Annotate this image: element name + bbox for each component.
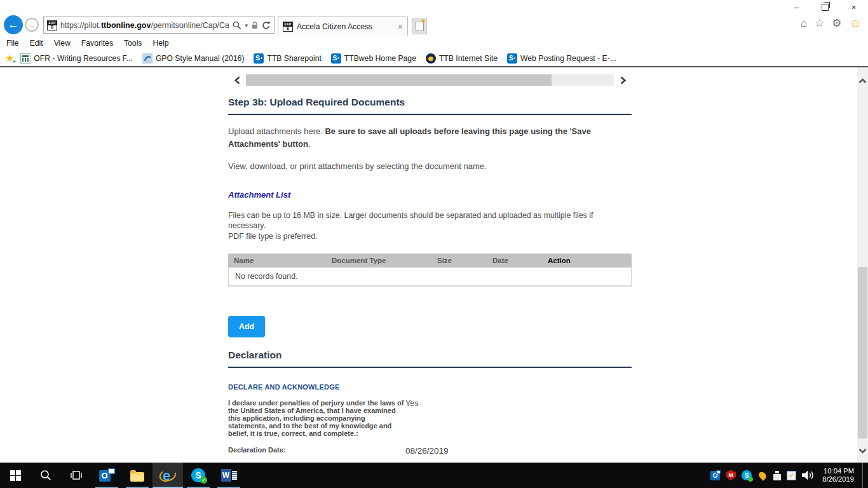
taskbar-app-outlook[interactable]: O bbox=[92, 463, 122, 488]
bank-icon bbox=[20, 53, 31, 64]
horizontal-scroll-track[interactable] bbox=[246, 74, 614, 86]
taskbar-search-button[interactable] bbox=[31, 463, 61, 488]
address-dropdown-icon[interactable]: ▾ bbox=[245, 22, 248, 29]
col-header-name: Name bbox=[228, 254, 326, 268]
tray-usb-icon[interactable] bbox=[773, 471, 781, 480]
skype-icon: S✓ bbox=[191, 468, 205, 482]
declaration-heading: Declaration bbox=[228, 349, 632, 361]
url-text[interactable]: https://pilot.ttbonline.gov/permitsonlin… bbox=[60, 21, 229, 30]
screen: – × ← → EAP 6 https://pilot.ttbonline.go… bbox=[0, 0, 868, 488]
vertical-scrollbar[interactable] bbox=[857, 67, 868, 463]
windows-logo-icon bbox=[10, 470, 21, 481]
scroll-down-icon[interactable] bbox=[858, 445, 867, 456]
menu-favorites[interactable]: Favorites bbox=[81, 39, 113, 48]
favorite-item-web-posting[interactable]: S› Web Posting Request - E-... bbox=[507, 53, 616, 64]
tab-favicon: EAP 6 bbox=[283, 22, 293, 32]
attachments-table: Name Document Type Size Date Action No r… bbox=[228, 254, 632, 287]
declaration-divider bbox=[228, 367, 632, 368]
tray-flame-icon[interactable] bbox=[757, 470, 768, 480]
sharepoint-icon: S› bbox=[331, 53, 341, 64]
menu-help[interactable]: Help bbox=[153, 39, 168, 48]
tray-skype-icon[interactable]: S bbox=[742, 470, 752, 480]
site-favicon: EAP 6 bbox=[47, 20, 57, 30]
task-view-icon bbox=[71, 470, 82, 480]
favorite-item-ttb-sharepoint[interactable]: S› TTB Sharepoint bbox=[254, 53, 321, 64]
sharepoint-icon: S› bbox=[507, 53, 517, 64]
taskbar-app-internet-explorer[interactable]: e bbox=[153, 463, 183, 488]
tray-mcafee-icon[interactable]: M bbox=[726, 470, 736, 481]
lock-icon bbox=[251, 21, 259, 30]
scroll-up-icon[interactable] bbox=[858, 75, 867, 86]
col-header-document-type: Document Type bbox=[326, 254, 431, 268]
col-header-date: Date bbox=[487, 254, 542, 268]
menu-bar: File Edit View Favorites Tools Help bbox=[0, 36, 868, 50]
menu-file[interactable]: File bbox=[6, 39, 19, 48]
address-bar[interactable]: EAP 6 https://pilot.ttbonline.gov/permit… bbox=[43, 17, 275, 34]
scroll-left-icon[interactable] bbox=[228, 74, 246, 86]
clock-date: 8/26/2019 bbox=[822, 475, 854, 484]
clock-time: 10:04 PM bbox=[822, 467, 854, 476]
start-button[interactable] bbox=[0, 463, 31, 488]
title-bar: – × bbox=[0, 0, 868, 14]
taskbar-app-file-explorer[interactable] bbox=[122, 463, 153, 488]
forward-button[interactable]: → bbox=[25, 18, 39, 32]
horizontal-scrollbar[interactable] bbox=[228, 74, 632, 86]
add-button[interactable]: Add bbox=[228, 316, 265, 337]
favorite-item-ttb-internet[interactable]: TTB Internet Site bbox=[426, 53, 498, 64]
col-header-size: Size bbox=[431, 254, 487, 268]
globe-icon bbox=[426, 53, 436, 64]
browser-tab[interactable]: EAP 6 Accela Citizen Access × bbox=[278, 17, 408, 36]
declaration-statement: I declare under penalties of perjury und… bbox=[228, 399, 405, 437]
browser-toolbar-icons: ⌂ ☆ ⚙ ☺ bbox=[801, 17, 862, 29]
tab-close-icon[interactable]: × bbox=[398, 22, 403, 32]
vertical-scroll-thumb[interactable] bbox=[858, 267, 867, 438]
restore-icon bbox=[822, 4, 829, 11]
restore-button[interactable] bbox=[811, 0, 839, 14]
declaration-value: Yes bbox=[405, 399, 419, 408]
file-explorer-icon bbox=[130, 472, 144, 482]
favorite-item-gpo[interactable]: GPO Style Manual (2016) bbox=[142, 53, 245, 64]
declare-acknowledge-label: DECLARE AND ACKNOWLEDGE bbox=[228, 383, 632, 391]
new-tab-icon bbox=[416, 22, 424, 31]
table-empty-row: No records found. bbox=[228, 268, 632, 287]
close-button[interactable]: × bbox=[839, 0, 868, 14]
declaration-row: I declare under penalties of perjury und… bbox=[228, 399, 632, 437]
scroll-right-icon[interactable] bbox=[614, 74, 632, 86]
menu-edit[interactable]: Edit bbox=[30, 39, 43, 48]
close-icon: × bbox=[851, 3, 857, 12]
taskbar-app-word[interactable]: W bbox=[214, 463, 244, 488]
word-icon: W bbox=[221, 469, 237, 482]
refresh-icon[interactable] bbox=[262, 21, 271, 30]
task-view-button[interactable] bbox=[61, 463, 92, 488]
volume-icon[interactable] bbox=[802, 470, 815, 480]
favorite-item-ttbweb[interactable]: S› TTBweb Home Page bbox=[331, 53, 416, 64]
feedback-smiley-icon[interactable]: ☺ bbox=[850, 17, 862, 29]
title-divider bbox=[228, 114, 632, 115]
search-icon[interactable] bbox=[233, 21, 241, 30]
table-header-row: Name Document Type Size Date Action bbox=[228, 254, 632, 268]
view-paragraph: View, download, or print attachments by … bbox=[228, 160, 632, 173]
menu-tools[interactable]: Tools bbox=[124, 39, 142, 48]
settings-gear-icon[interactable]: ⚙ bbox=[832, 18, 841, 29]
declaration-date-row: Declaration Date: 08/26/2019 bbox=[228, 446, 632, 456]
favorites-star-icon[interactable]: ☆ bbox=[815, 18, 824, 29]
tray-outlook-icon[interactable]: O bbox=[710, 471, 720, 480]
favorite-item-ofr[interactable]: OFR - Writing Resources F... bbox=[20, 53, 133, 64]
add-favorite-icon[interactable]: ★ bbox=[5, 53, 14, 64]
declaration-date-value: 08/26/2019 bbox=[405, 446, 449, 456]
page-content: Step 3b: Upload Required Documents Uploa… bbox=[0, 67, 868, 463]
menu-view[interactable]: View bbox=[54, 39, 71, 48]
minimize-button[interactable]: – bbox=[782, 0, 811, 14]
internet-explorer-icon: e bbox=[159, 467, 177, 484]
show-desktop-button[interactable] bbox=[862, 463, 866, 488]
horizontal-scroll-thumb[interactable] bbox=[246, 74, 552, 86]
svg-text:e: e bbox=[163, 468, 170, 484]
taskbar-app-skype[interactable]: S✓ bbox=[183, 463, 214, 488]
form-column: Step 3b: Upload Required Documents Uploa… bbox=[228, 67, 632, 488]
intro-paragraph: Upload attachments here. Be sure to save… bbox=[228, 125, 632, 150]
home-icon[interactable]: ⌂ bbox=[801, 18, 807, 29]
taskbar-clock[interactable]: 10:04 PM 8/26/2019 bbox=[822, 467, 854, 484]
tray-checkmark-icon[interactable]: ✓ bbox=[787, 471, 796, 480]
back-button[interactable]: ← bbox=[4, 15, 23, 34]
new-tab-button[interactable] bbox=[412, 18, 427, 34]
